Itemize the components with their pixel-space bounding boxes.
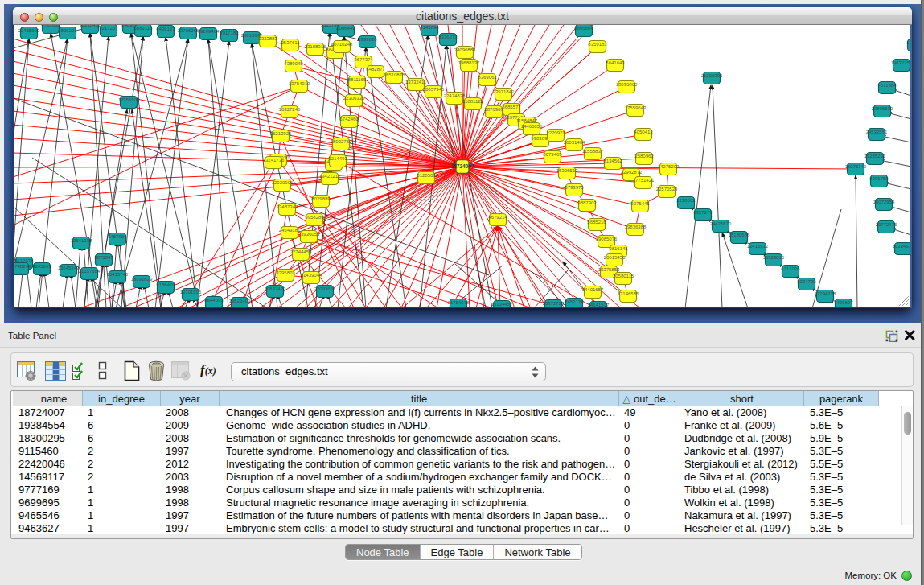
svg-text:3644095: 3644095: [204, 298, 224, 303]
svg-text:1999828: 1999828: [358, 37, 377, 42]
svg-text:24090883: 24090883: [454, 47, 476, 52]
svg-text:11881122: 11881122: [462, 99, 483, 104]
svg-text:10323815: 10323815: [763, 255, 785, 260]
svg-text:3917183: 3917183: [220, 31, 239, 35]
svg-text:9887903: 9887903: [577, 200, 597, 205]
svg-text:12294238: 12294238: [815, 291, 836, 296]
svg-text:19085076: 19085076: [596, 237, 618, 241]
svg-text:1218062: 1218062: [676, 198, 696, 203]
svg-text:2537611: 2537611: [281, 40, 301, 45]
svg-text:18096865: 18096865: [616, 82, 638, 87]
svg-text:12541238: 12541238: [71, 238, 92, 243]
svg-text:4245263: 4245263: [32, 264, 51, 269]
svg-text:2457954: 2457954: [108, 234, 127, 239]
svg-text:18992829: 18992829: [131, 277, 153, 282]
svg-text:23487347: 23487347: [277, 204, 298, 209]
svg-text:5793975: 5793975: [565, 185, 584, 190]
svg-text:19523409: 19523409: [229, 299, 251, 303]
svg-text:8806804: 8806804: [574, 26, 593, 31]
svg-text:22744459: 22744459: [290, 249, 312, 254]
svg-text:23706266: 23706266: [178, 28, 199, 33]
svg-text:5685216: 5685216: [587, 220, 606, 225]
svg-text:13701506: 13701506: [180, 290, 202, 295]
svg-text:9217207: 9217207: [99, 26, 118, 31]
svg-text:14275203: 14275203: [658, 164, 680, 169]
svg-text:16072954: 16072954: [873, 200, 895, 204]
svg-text:5682115: 5682115: [134, 26, 154, 31]
svg-text:17559643: 17559643: [625, 105, 647, 110]
svg-text:21754078: 21754078: [448, 300, 470, 305]
svg-text:16510878: 16510878: [384, 72, 405, 77]
svg-text:13732411: 13732411: [405, 80, 427, 84]
svg-text:17956909: 17956909: [118, 97, 140, 102]
svg-text:15375853: 15375853: [598, 267, 620, 272]
svg-text:8359183: 8359183: [588, 42, 607, 47]
svg-text:2876966: 2876966: [484, 107, 503, 112]
svg-text:1890399: 1890399: [906, 40, 910, 45]
svg-text:12416912: 12416912: [747, 244, 769, 249]
svg-text:8134562: 8134562: [603, 159, 622, 163]
svg-text:4050413: 4050413: [634, 130, 653, 134]
svg-text:8811165: 8811165: [348, 77, 367, 82]
svg-text:11558837: 11558837: [582, 149, 604, 154]
svg-text:20772475: 20772475: [876, 222, 897, 227]
svg-text:8685577: 8685577: [502, 105, 521, 109]
svg-text:22806503: 22806503: [872, 106, 893, 111]
svg-text:10228452: 10228452: [80, 25, 101, 27]
svg-text:4389045: 4389045: [284, 61, 303, 66]
svg-text:8396759: 8396759: [869, 176, 889, 181]
svg-text:22570529: 22570529: [656, 187, 678, 192]
svg-text:2580963: 2580963: [634, 154, 654, 159]
svg-text:13241736: 13241736: [263, 158, 285, 163]
svg-text:6357277: 6357277: [693, 210, 713, 215]
svg-text:18724007: 18724007: [451, 163, 474, 169]
svg-text:10837430: 10837430: [265, 286, 286, 291]
svg-text:7671884: 7671884: [877, 83, 897, 88]
svg-text:3395870: 3395870: [276, 270, 295, 275]
svg-text:13754919: 13754919: [289, 81, 310, 86]
svg-text:23936053: 23936053: [298, 232, 320, 237]
svg-text:16396513: 16396513: [556, 168, 578, 173]
svg-text:8336273: 8336273: [438, 35, 458, 39]
svg-text:2066449: 2066449: [336, 26, 355, 31]
svg-text:12920906: 12920906: [272, 180, 294, 185]
svg-text:14401657: 14401657: [582, 287, 604, 292]
svg-text:9214491: 9214491: [328, 156, 347, 161]
svg-text:24425670: 24425670: [710, 221, 732, 226]
svg-text:21439044: 21439044: [301, 273, 322, 278]
svg-text:5188470: 5188470: [156, 282, 175, 287]
svg-text:20031404: 20031404: [564, 140, 585, 145]
svg-text:8224730: 8224730: [797, 279, 816, 284]
svg-text:6742460: 6742460: [339, 117, 359, 122]
svg-text:13421212: 13421212: [319, 174, 341, 179]
svg-text:22306335: 22306335: [343, 96, 365, 101]
svg-text:16213925: 16213925: [270, 131, 292, 136]
svg-text:4429607: 4429607: [834, 300, 853, 305]
svg-text:8369062: 8369062: [478, 75, 497, 80]
svg-text:4735650: 4735650: [41, 25, 60, 27]
svg-text:13045349: 13045349: [58, 266, 80, 270]
svg-text:9875847: 9875847: [94, 255, 113, 260]
svg-text:10057945: 10057945: [423, 87, 445, 92]
svg-text:24641507: 24641507: [588, 303, 610, 307]
svg-text:6128503: 6128503: [417, 173, 436, 178]
svg-text:19836388: 19836388: [625, 225, 647, 229]
svg-text:19688132: 19688132: [458, 60, 480, 65]
svg-text:7452134: 7452134: [565, 299, 584, 304]
svg-text:21200396: 21200396: [701, 73, 723, 78]
svg-text:4679214: 4679214: [488, 215, 507, 220]
svg-text:13134457: 13134457: [491, 302, 513, 307]
svg-text:22992872: 22992872: [621, 170, 643, 175]
svg-text:19299464: 19299464: [198, 29, 220, 34]
svg-text:24532561: 24532561: [866, 130, 888, 134]
svg-text:23971842: 23971842: [493, 89, 515, 94]
svg-text:5641643: 5641643: [606, 60, 625, 65]
svg-text:4143890: 4143890: [420, 25, 439, 30]
svg-text:22093651: 22093651: [314, 286, 336, 291]
svg-text:13748244: 13748244: [14, 264, 31, 269]
svg-text:17751421: 17751421: [633, 178, 655, 183]
svg-text:20615450: 20615450: [604, 255, 626, 260]
svg-text:3220921: 3220921: [546, 130, 565, 135]
svg-text:9816145: 9816145: [609, 246, 628, 251]
svg-text:10334531: 10334531: [893, 244, 910, 249]
